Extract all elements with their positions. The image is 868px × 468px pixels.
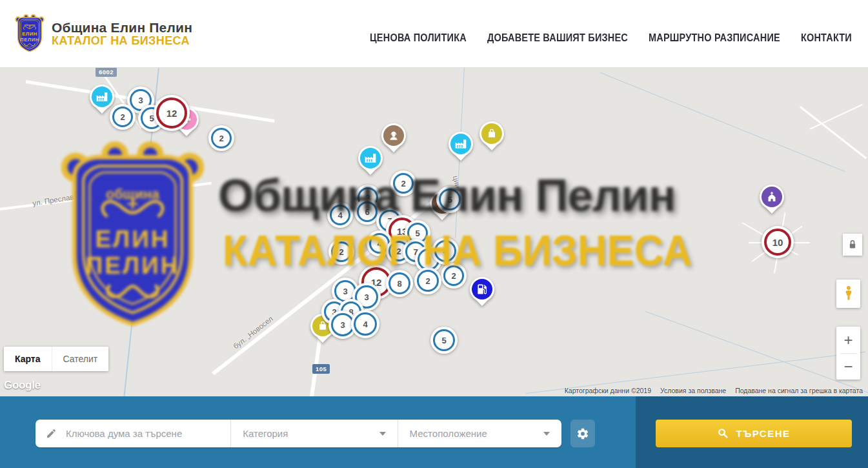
brand[interactable]: община ЕЛИН ПЕЛИН Община Елин Пелин КАТА… <box>14 14 192 54</box>
factory-icon <box>92 86 112 107</box>
site-header: община ЕЛИН ПЕЛИН Община Елин Пелин КАТА… <box>0 0 868 68</box>
chevron-down-icon <box>379 432 386 436</box>
cluster-count: 8 <box>397 279 401 289</box>
cluster-count: 6 <box>365 207 369 217</box>
gear-icon <box>576 427 589 440</box>
cluster-count: 5 <box>447 195 452 205</box>
svg-text:ПЕЛИН: ПЕЛИН <box>20 37 39 43</box>
factory-pin[interactable] <box>449 132 473 164</box>
cluster-marker[interactable]: 2 <box>328 239 354 265</box>
nav-item-add-business[interactable]: ДОБАВЕТЕ ВАШИЯТ БИЗНЕС <box>487 32 628 43</box>
cluster-count: 2 <box>120 112 125 122</box>
pegman-control[interactable] <box>836 280 860 308</box>
location-select-value: Местоположение <box>410 428 543 439</box>
cluster-marker[interactable]: 4 <box>351 310 379 338</box>
cluster-count: 10 <box>772 237 783 248</box>
worker-pin[interactable] <box>381 123 406 156</box>
cluster-marker[interactable]: 8 <box>386 270 413 297</box>
cluster-count: 4 <box>363 320 367 329</box>
cluster-count: 2 <box>339 247 343 257</box>
bag-pin[interactable] <box>479 121 504 154</box>
cluster-count: 3 <box>138 96 143 105</box>
nav-item-pricing[interactable]: ЦЕНОВА ПОЛИТИКА <box>370 32 467 43</box>
cluster-count: 3 <box>364 292 368 302</box>
nav-item-contacts[interactable]: КОНТАКТИ <box>801 32 852 43</box>
map-markers: 3 2 5 12 2 2 3 5 6 4 7 13 5 4 2 2 7 8 4 … <box>0 67 868 396</box>
church-icon <box>762 187 782 207</box>
site-subtitle: КАТАЛОГ НА БИЗНЕСА <box>52 35 192 48</box>
map-attribution: Картографски данни ©2019 Условия за полз… <box>565 387 863 394</box>
cluster-count: 4 <box>338 210 342 220</box>
cluster-marker[interactable]: 12 <box>154 95 190 131</box>
zoom-in-button[interactable]: + <box>836 327 860 353</box>
cluster-count: 3 <box>343 287 347 296</box>
cluster-marker[interactable]: 5 <box>436 186 463 213</box>
cluster-marker[interactable]: 2 <box>208 125 234 151</box>
cluster-marker[interactable]: 2 <box>414 267 441 294</box>
street-view-lock-control[interactable] <box>843 234 862 256</box>
chevron-down-icon <box>543 432 550 436</box>
cluster-marker[interactable]: 2 <box>390 170 416 196</box>
cluster-count: 2 <box>401 179 405 188</box>
fuel-pin[interactable] <box>470 277 494 309</box>
zoom-control: + − <box>836 327 860 380</box>
category-select-value: Категория <box>243 428 379 439</box>
attribution-copyright: Картографски данни ©2019 <box>565 387 651 394</box>
cluster-count: 8 <box>426 255 430 265</box>
map-type-satellite-button[interactable]: Сателит <box>52 347 109 371</box>
cluster-count: 4 <box>377 239 381 249</box>
attribution-report-error-link[interactable]: Подаване на сигнал за грешка в картата <box>735 387 863 394</box>
advanced-settings-button[interactable] <box>570 420 595 447</box>
cluster-count: 2 <box>219 134 223 143</box>
search-button-label: ТЪРСЕНЕ <box>736 428 790 439</box>
main-nav: ЦЕНОВА ПОЛИТИКА ДОБАВЕТЕ ВАШИЯТ БИЗНЕС М… <box>370 32 852 43</box>
cluster-marker[interactable]: 4 <box>432 238 459 265</box>
map-type-map-button[interactable]: Карта <box>4 347 52 371</box>
church-pin[interactable] <box>760 185 784 217</box>
search-button[interactable]: ТЪРСЕНЕ <box>656 420 852 447</box>
location-select[interactable]: Местоположение <box>398 420 561 447</box>
cluster-count: 3 <box>340 320 345 330</box>
cluster-marker[interactable]: 2 <box>441 263 467 289</box>
attribution-terms-link[interactable]: Условия за ползване <box>660 387 726 394</box>
factory-icon <box>450 134 471 154</box>
svg-text:ЕЛИН: ЕЛИН <box>22 31 37 37</box>
google-map[interactable]: 6002 105 ул. Преслав бул. „Новосел ции 3… <box>0 67 868 396</box>
worker-icon <box>383 125 404 146</box>
cluster-count: 5 <box>441 336 446 345</box>
map-type-switcher: Карта Сателит <box>4 347 108 371</box>
cluster-marker[interactable]: 2 <box>110 104 136 130</box>
fuel-icon <box>472 279 492 300</box>
pencil-icon <box>46 428 57 439</box>
nav-item-schedule[interactable]: МАРШРУТНО РАЗПИСАНИЕ <box>649 32 780 43</box>
keyword-field[interactable] <box>35 420 230 447</box>
pegman-icon <box>841 284 856 303</box>
cluster-marker[interactable]: 10 <box>762 226 794 258</box>
factory-icon <box>360 148 381 168</box>
keyword-input[interactable] <box>65 427 230 440</box>
cluster-count: 4 <box>443 247 447 256</box>
site-title: Община Елин Пелин <box>52 20 192 35</box>
category-select[interactable]: Категория <box>230 420 397 447</box>
cluster-marker[interactable]: 4 <box>327 202 353 228</box>
cluster-count: 5 <box>415 229 419 238</box>
municipality-crest-logo: община ЕЛИН ПЕЛИН <box>14 14 45 54</box>
zoom-out-button[interactable]: − <box>836 354 860 380</box>
cluster-count: 2 <box>396 247 401 256</box>
search-icon <box>717 427 729 440</box>
lock-icon <box>846 238 859 251</box>
google-logo[interactable]: Google <box>4 379 41 392</box>
cluster-count: 2 <box>451 271 456 281</box>
search-fields: Категория Местоположение <box>35 420 561 447</box>
search-bar: Категория Местоположение ТЪРСЕНЕ <box>0 396 868 468</box>
cluster-marker[interactable]: 5 <box>430 327 458 354</box>
cluster-count: 12 <box>167 108 177 119</box>
bag-icon <box>481 123 502 144</box>
cluster-count: 2 <box>425 276 430 286</box>
factory-pin[interactable] <box>358 146 383 178</box>
